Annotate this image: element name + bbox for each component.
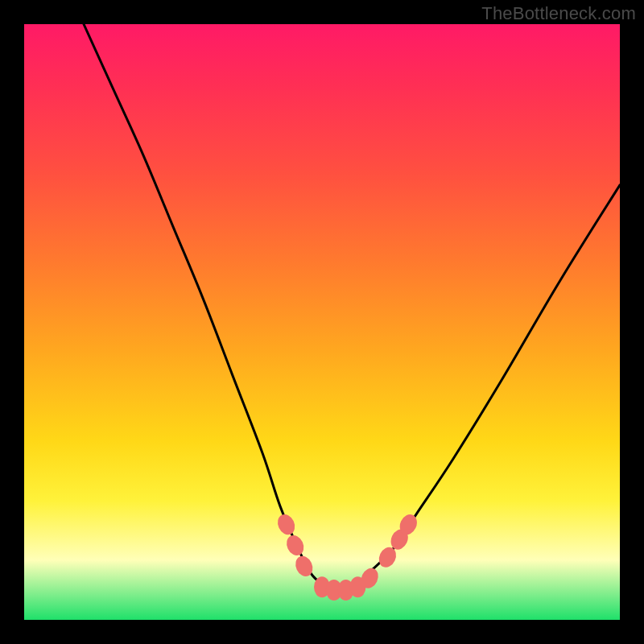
watermark-text: TheBottleneck.com bbox=[481, 3, 636, 24]
curve-svg bbox=[24, 24, 620, 620]
curve-group bbox=[84, 24, 620, 591]
plot-area bbox=[24, 24, 620, 620]
chart-frame: TheBottleneck.com bbox=[0, 0, 644, 644]
bottleneck-curve bbox=[84, 24, 620, 591]
curve-marker bbox=[283, 532, 307, 558]
marker-group bbox=[275, 512, 420, 601]
curve-marker bbox=[275, 512, 298, 538]
